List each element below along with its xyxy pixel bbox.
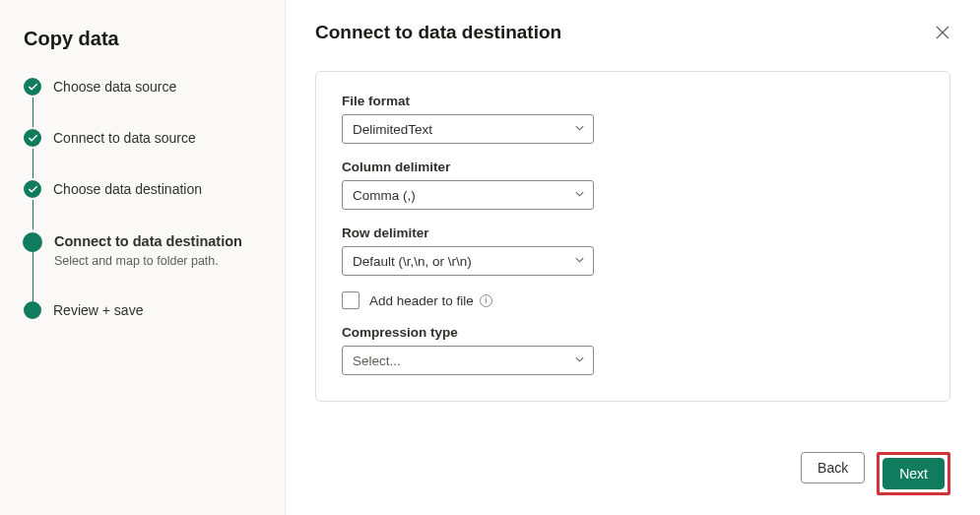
step-review-save[interactable]: Review + save [24, 301, 261, 353]
chevron-down-icon [574, 122, 585, 137]
main-header: Connect to data destination [315, 22, 950, 43]
row-delimiter-label: Row delimiter [342, 225, 924, 240]
check-icon [24, 180, 41, 198]
page-title: Connect to data destination [315, 22, 561, 43]
step-choose-destination[interactable]: Choose data destination [24, 180, 261, 231]
step-connect-source[interactable]: Connect to data source [24, 129, 261, 180]
form-panel: File format DelimitedText Column delimit… [315, 71, 950, 402]
chevron-down-icon [574, 354, 585, 368]
compression-label: Compression type [342, 325, 924, 340]
pending-step-icon [24, 301, 41, 319]
wizard-title: Copy data [24, 28, 261, 50]
row-delimiter-value: Default (\r,\n, or \r\n) [353, 254, 472, 269]
step-label: Connect to data source [53, 129, 196, 147]
chevron-down-icon [574, 188, 585, 203]
step-connector [33, 200, 33, 229]
compression-select[interactable]: Select... [342, 346, 594, 375]
step-choose-source[interactable]: Choose data source [24, 78, 261, 129]
step-connector [33, 252, 33, 303]
check-icon [24, 129, 41, 147]
file-format-value: DelimitedText [353, 122, 432, 137]
compression-value: Select... [353, 354, 401, 368]
back-button[interactable]: Back [801, 452, 865, 483]
step-sublabel: Select and map to folder path. [54, 254, 242, 268]
step-label: Choose data source [53, 78, 176, 96]
compression-field: Compression type Select... [342, 325, 924, 375]
main-content: Connect to data destination File format … [286, 0, 980, 515]
file-format-field: File format DelimitedText [342, 94, 924, 144]
step-label: Review + save [53, 301, 143, 319]
wizard-footer: Back Next [315, 432, 950, 495]
add-header-checkbox[interactable] [342, 291, 359, 309]
current-step-icon [23, 232, 42, 252]
check-icon [24, 78, 41, 96]
column-delimiter-label: Column delimiter [342, 160, 924, 174]
step-label: Choose data destination [53, 180, 202, 198]
column-delimiter-value: Comma (,) [353, 188, 416, 203]
wizard-sidebar: Copy data Choose data source Connect to … [0, 0, 286, 515]
file-format-label: File format [342, 94, 924, 108]
step-connector [33, 97, 33, 127]
row-delimiter-select[interactable]: Default (\r,\n, or \r\n) [342, 246, 594, 276]
close-icon[interactable] [935, 25, 950, 40]
wizard-steps: Choose data source Connect to data sourc… [24, 78, 261, 354]
info-icon[interactable]: i [480, 294, 492, 307]
chevron-down-icon [574, 254, 585, 269]
next-button[interactable]: Next [882, 458, 945, 489]
highlight-box: Next [877, 452, 950, 495]
add-header-label: Add header to file [369, 293, 474, 308]
column-delimiter-field: Column delimiter Comma (,) [342, 160, 924, 210]
row-delimiter-field: Row delimiter Default (\r,\n, or \r\n) [342, 225, 924, 276]
column-delimiter-select[interactable]: Comma (,) [342, 180, 594, 210]
add-header-row: Add header to file i [342, 291, 924, 309]
step-label: Connect to data destination [54, 232, 242, 251]
step-connector [33, 149, 33, 178]
file-format-select[interactable]: DelimitedText [342, 114, 594, 144]
step-connect-destination[interactable]: Connect to data destination Select and m… [24, 232, 261, 302]
